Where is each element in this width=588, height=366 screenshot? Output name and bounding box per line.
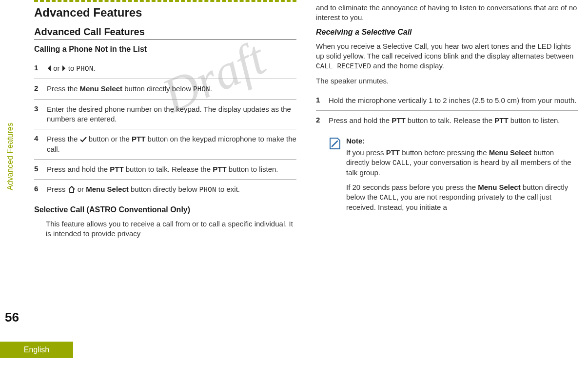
step-item: 2 Press the Menu Select button directly …	[34, 79, 296, 100]
heading-2: Advanced Call Features	[34, 26, 296, 40]
sidebar: Advanced Features 56 English	[0, 0, 29, 366]
content: Advanced Features Advanced Call Features…	[34, 0, 578, 337]
step-number: 5	[34, 164, 41, 174]
step-text: Press the Menu Select button directly be…	[47, 84, 296, 94]
heading-3: Receiving a Selective Call	[316, 28, 578, 37]
step-number: 1	[316, 96, 323, 105]
code-text: PHON	[193, 85, 210, 93]
step-item: 1 Hold the microphone vertically 1 to 2 …	[316, 91, 578, 111]
step-item: 4 Press the button or the PTT button on …	[34, 129, 296, 160]
heading-3: Selective Call (ASTRO Conventional Only)	[34, 205, 296, 214]
page-number: 56	[5, 310, 19, 325]
heading-3: Calling a Phone Not in the List	[34, 45, 296, 54]
heading-1: Advanced Features	[34, 6, 296, 20]
step-item: 6 Press or Menu Select button directly b…	[34, 180, 296, 200]
left-arrow-icon	[47, 65, 51, 72]
code-text: CALL RECEIVED	[316, 62, 371, 70]
divider-dashed	[34, 0, 296, 2]
step-text: Press and hold the PTT button to talk. R…	[329, 116, 578, 125]
code-text: CALL	[392, 159, 410, 167]
step-text: Hold the microphone vertically 1 to 2 in…	[329, 96, 578, 105]
step-text: Enter the desired phone number on the ke…	[47, 104, 296, 124]
note-title: Note:	[346, 137, 578, 145]
step-text: Press or Menu Select button directly bel…	[47, 184, 296, 195]
body-text: and to eliminate the annoyance of having…	[316, 3, 578, 23]
left-column: Advanced Features Advanced Call Features…	[34, 0, 296, 337]
step-item: 5 Press and hold the PTT button to talk.…	[34, 160, 296, 180]
step-text: Press the button or the PTT button on th…	[47, 134, 296, 154]
note-text: If 20 seconds pass before you press the …	[346, 183, 578, 212]
note-body: Note: If you press PTT button before pre…	[346, 137, 578, 218]
code-text: PHON	[77, 65, 94, 73]
note-text: If you press PTT button before pressing …	[346, 148, 578, 178]
step-number: 4	[34, 134, 41, 154]
step-number: 6	[34, 184, 41, 195]
step-number: 2	[34, 84, 41, 94]
step-text: Press and hold the PTT button to talk. R…	[47, 164, 296, 174]
step-item: 3 Enter the desired phone number on the …	[34, 100, 296, 130]
check-icon	[80, 137, 87, 142]
step-item: 1 or to PHON.	[34, 59, 296, 79]
home-icon	[68, 186, 76, 193]
right-column: and to eliminate the annoyance of having…	[316, 0, 578, 337]
steps-list: 1 or to PHON. 2 Press the Menu Select bu…	[34, 59, 296, 200]
body-text: This feature allows you to receive a cal…	[46, 219, 296, 239]
language-tab: English	[0, 342, 73, 358]
step-number: 3	[34, 104, 41, 124]
section-label: Advanced Features	[6, 122, 15, 190]
code-text: CALL	[379, 194, 396, 202]
step-item: 2 Press and hold the PTT button to talk.…	[316, 111, 578, 130]
step-text: or to PHON.	[47, 63, 296, 74]
body-text: When you receive a Selective Call, you h…	[316, 41, 578, 71]
page: Draft Advanced Features 56 English Advan…	[0, 0, 588, 366]
steps-list: 1 Hold the microphone vertically 1 to 2 …	[316, 91, 578, 131]
note-block: Note: If you press PTT button before pre…	[328, 137, 578, 218]
code-text: PHON	[199, 186, 216, 194]
right-arrow-icon	[62, 65, 66, 72]
step-number: 1	[34, 63, 41, 74]
note-icon	[328, 137, 341, 150]
step-number: 2	[316, 116, 323, 125]
body-text: The speaker unmutes.	[316, 76, 578, 86]
